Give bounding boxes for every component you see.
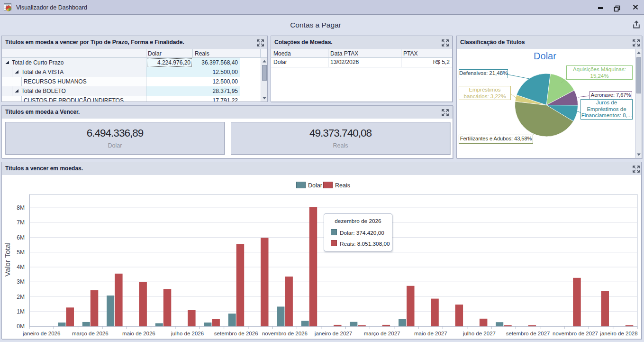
svg-text:março de 2026: março de 2026 <box>72 331 109 336</box>
svg-text:5M: 5M <box>17 249 25 256</box>
svg-text:julho de 2027: julho de 2027 <box>463 331 496 336</box>
svg-text:8M: 8M <box>17 204 25 211</box>
svg-text:setembro de 2026: setembro de 2026 <box>214 331 258 336</box>
svg-text:2M: 2M <box>17 294 25 300</box>
svg-text:novembro de 2026: novembro de 2026 <box>262 331 308 336</box>
svg-text:6M: 6M <box>17 234 25 241</box>
svg-text:janeiro de 2026: janeiro de 2026 <box>22 331 60 336</box>
svg-text:Valor Total: Valor Total <box>3 242 11 277</box>
svg-text:7M: 7M <box>17 219 25 226</box>
svg-text:novembro de 2027: novembro de 2027 <box>553 331 598 336</box>
svg-text:janeiro de 2027: janeiro de 2027 <box>314 331 352 336</box>
svg-text:maio de 2027: maio de 2027 <box>414 331 447 336</box>
svg-text:maio de 2026: maio de 2026 <box>122 331 155 336</box>
svg-text:4M: 4M <box>17 264 25 270</box>
svg-text:julho de 2026: julho de 2026 <box>171 331 204 336</box>
svg-text:março de 2027: março de 2027 <box>364 331 400 336</box>
svg-text:3M: 3M <box>17 278 25 285</box>
svg-text:0M: 0M <box>17 323 25 330</box>
svg-text:setembro de 2027: setembro de 2027 <box>506 331 550 336</box>
svg-text:janeiro de 2028: janeiro de 2028 <box>599 331 637 336</box>
svg-text:1M: 1M <box>17 308 25 315</box>
